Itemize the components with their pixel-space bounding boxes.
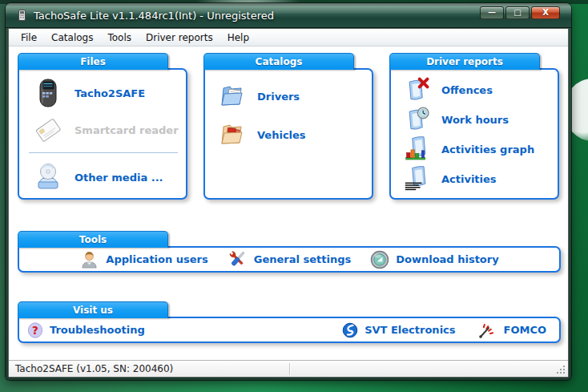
catalogs-panel-title: Catalogs [256, 56, 303, 67]
drivers-folder-icon [218, 82, 247, 111]
catalogs-item-label: Vehicles [257, 129, 306, 141]
tools-item-label: Application users [106, 253, 207, 265]
files-item-tacho2safe[interactable]: Tacho2SAFE [19, 75, 186, 111]
window-body: File Catalogs Tools Driver reports Help … [8, 28, 569, 378]
client-area: Files [9, 46, 568, 360]
status-device-info: Tacho2SAFE (v1.05, SN: 200460) [9, 363, 173, 374]
files-panel-header: Files [18, 53, 168, 70]
reports-item-label: Work hours [441, 114, 509, 126]
visit-us-section-body: ? Troubleshooting [18, 317, 561, 343]
desktop: { "window": { "title": "TachoSafe Lite v… [0, 0, 588, 392]
tacho2safe-device-icon [32, 77, 64, 109]
minimize-button[interactable]: — [480, 6, 504, 19]
visit-item-svt-electronics[interactable]: SVT Electronics [342, 321, 455, 339]
app-window: TachoSafe Lite v1.1.484rc1(Int) - Unregi… [6, 3, 571, 380]
activities-graph-report-icon [404, 135, 431, 163]
window-controls: — □ X [480, 6, 560, 19]
maximize-button[interactable]: □ [505, 6, 530, 19]
visit-us-section-title: Visit us [73, 305, 113, 316]
driver-reports-panel-body: Offences [389, 68, 559, 200]
app-icon [15, 9, 28, 22]
titlebar[interactable]: TachoSafe Lite v1.1.484rc1(Int) - Unregi… [6, 3, 571, 28]
tools-item-label: General settings [254, 253, 351, 265]
menu-file[interactable]: File [14, 30, 44, 46]
files-item-other-media[interactable]: Other media ... [19, 157, 186, 197]
tools-item-label: Download history [396, 253, 498, 265]
download-history-icon [370, 250, 389, 269]
top-panels-row: Files [18, 53, 559, 200]
files-item-label: Tacho2SAFE [75, 87, 145, 99]
visit-item-label: FOMCO [504, 324, 546, 336]
tools-section: Tools Application users [18, 231, 561, 273]
status-bar: Tacho2SAFE (v1.05, SN: 200460) [9, 360, 568, 377]
tools-item-application-users[interactable]: Application users [79, 249, 207, 269]
visit-us-section: Visit us ? Troubleshooting [18, 301, 561, 343]
offences-report-icon [404, 76, 431, 103]
driver-reports-panel-title: Driver reports [426, 56, 503, 67]
reports-item-label: Activities [441, 173, 497, 185]
menu-tools[interactable]: Tools [100, 30, 139, 46]
files-item-label: Smartcard reader [75, 124, 179, 136]
menu-help[interactable]: Help [220, 30, 256, 46]
menu-driver-reports[interactable]: Driver reports [139, 30, 220, 46]
menu-bar: File Catalogs Tools Driver reports Help [9, 29, 568, 46]
resize-grip[interactable] [557, 366, 566, 375]
tools-section-title: Tools [79, 234, 107, 245]
svg-text:?: ? [32, 323, 38, 336]
catalogs-item-vehicles[interactable]: Vehicles [205, 118, 372, 152]
reports-item-activities-graph[interactable]: Activities graph [391, 135, 558, 164]
visit-item-label: Troubleshooting [50, 324, 145, 336]
driver-reports-panel-header: Driver reports [389, 53, 540, 70]
visit-item-fomco[interactable]: FOMCO [477, 321, 546, 339]
troubleshooting-icon: ? [27, 322, 43, 338]
general-settings-icon [228, 249, 248, 269]
svt-globe-icon [342, 322, 358, 338]
reports-item-activities[interactable]: Activities [391, 164, 558, 193]
tools-item-download-history[interactable]: Download history [370, 250, 498, 269]
files-item-label: Other media ... [75, 172, 163, 184]
catalogs-item-label: Drivers [257, 91, 300, 103]
reports-item-offences[interactable]: Offences [391, 75, 558, 104]
tools-item-general-settings[interactable]: General settings [228, 249, 351, 269]
reports-item-label: Offences [441, 84, 493, 96]
catalogs-panel-header: Catalogs [203, 53, 354, 70]
smartcard-icon [32, 114, 64, 146]
vehicles-folder-icon [218, 120, 247, 149]
status-separator [289, 363, 291, 375]
driver-reports-panel: Driver reports [389, 53, 559, 200]
menu-catalogs[interactable]: Catalogs [44, 30, 100, 46]
close-button[interactable]: X [531, 6, 560, 19]
files-panel: Files [18, 53, 187, 200]
visit-item-label: SVT Electronics [364, 324, 455, 336]
files-panel-body: Tacho2SAFE [18, 68, 187, 200]
visit-us-section-header: Visit us [18, 301, 168, 318]
activities-report-icon [404, 165, 431, 192]
files-item-smartcard-reader: Smartcard reader [19, 111, 186, 148]
files-separator [29, 152, 178, 153]
work-hours-report-icon [404, 106, 431, 133]
files-panel-title: Files [80, 56, 106, 67]
removable-media-icon [32, 161, 64, 193]
catalogs-panel-body: Drivers [203, 68, 373, 200]
fomco-gauge-icon [477, 321, 497, 339]
reports-item-label: Activities graph [441, 143, 534, 156]
window-title: TachoSafe Lite v1.1.484rc1(Int) - Unregi… [34, 10, 274, 22]
catalogs-panel: Catalogs [203, 53, 373, 200]
reports-item-work-hours[interactable]: Work hours [391, 105, 558, 134]
visit-us-links-right: SVT Electronics [342, 321, 546, 339]
application-users-icon [79, 249, 99, 269]
tools-section-body: Application users [18, 246, 561, 273]
tools-section-header: Tools [18, 231, 168, 248]
visit-item-troubleshooting[interactable]: ? Troubleshooting [27, 322, 145, 338]
catalogs-item-drivers[interactable]: Drivers [205, 79, 372, 113]
